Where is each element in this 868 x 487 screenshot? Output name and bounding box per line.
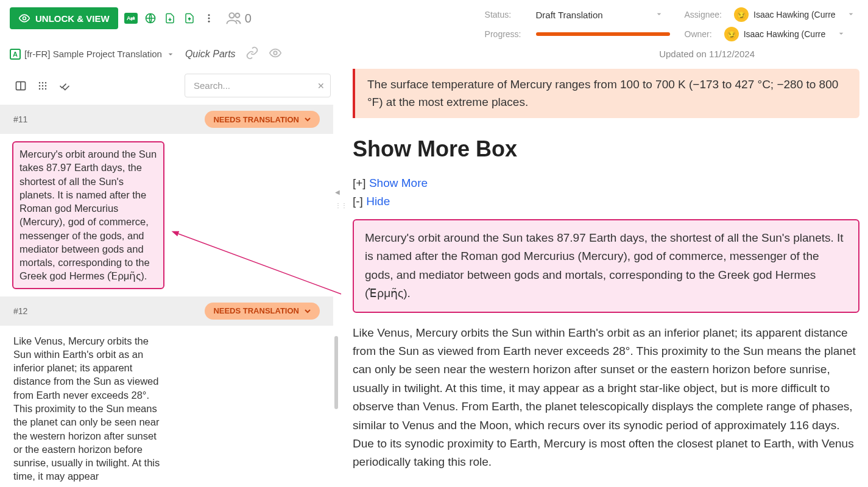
svg-point-10 — [39, 82, 41, 83]
hide-prefix: [-] — [353, 195, 366, 208]
document-language-selector[interactable]: A [fr-FR] Sample Project Translation — [10, 49, 175, 60]
section-heading: Show More Box — [353, 136, 859, 162]
assignee-select[interactable]: 😏 Isaac Hawking (Curre — [734, 7, 856, 22]
chevron-down-icon — [303, 114, 312, 124]
preview-icon[interactable] — [269, 46, 282, 61]
segment-id: #12 — [13, 306, 27, 316]
segment-id: #11 — [13, 114, 27, 124]
eye-icon — [18, 12, 30, 24]
svg-point-12 — [45, 82, 47, 83]
assignee-label: Assignee: — [685, 10, 722, 19]
segment-source-text[interactable]: Like Venus, Mercury orbits the Sun withi… — [13, 334, 166, 483]
svg-point-16 — [39, 88, 41, 89]
globe-icon[interactable] — [144, 12, 157, 25]
chevron-down-icon — [836, 29, 846, 40]
segment-source-text[interactable]: Mercury's orbit around the Sun takes 87.… — [12, 141, 164, 289]
hide-link[interactable]: Hide — [366, 195, 390, 208]
status-value: Draft Translation — [536, 10, 603, 20]
avatar: 😏 — [724, 27, 739, 41]
document-title: [fr-FR] Sample Project Translation — [24, 49, 162, 59]
more-vertical-icon[interactable] — [202, 13, 216, 24]
grid-icon[interactable] — [37, 80, 49, 92]
svg-point-13 — [39, 85, 41, 86]
info-callout: The surface temperature of Mercury range… — [353, 69, 859, 118]
layout-columns-icon[interactable] — [15, 80, 27, 92]
svg-point-6 — [235, 13, 239, 18]
status-label: Status: — [485, 10, 521, 19]
search-input[interactable] — [185, 74, 331, 97]
users-icon — [225, 10, 242, 27]
progress-label: Progress: — [485, 29, 521, 39]
check-all-icon[interactable] — [58, 80, 71, 92]
svg-point-2 — [208, 14, 210, 16]
assignee-name: Isaac Hawking (Curre — [753, 10, 836, 19]
svg-point-4 — [208, 21, 210, 23]
svg-point-14 — [42, 85, 44, 86]
preview-paragraph-highlighted[interactable]: Mercury's orbit around the Sun takes 87.… — [353, 219, 859, 313]
svg-point-3 — [208, 18, 210, 19]
svg-point-5 — [229, 13, 234, 18]
owner-select[interactable]: 😏 Isaac Hawking (Curre — [724, 27, 846, 41]
unlock-view-button[interactable]: UNLOCK & VIEW — [10, 7, 118, 29]
svg-point-11 — [42, 82, 44, 83]
status-select[interactable]: Draft Translation — [536, 9, 664, 21]
chevron-down-icon — [166, 49, 175, 59]
svg-point-7 — [273, 51, 277, 55]
quick-parts-button[interactable]: Quick Parts — [185, 49, 236, 60]
badge-label: NEEDS TRANSLATION — [213, 306, 299, 315]
svg-point-17 — [42, 88, 44, 89]
translate-badge-icon[interactable]: A⇄ — [124, 13, 138, 24]
progress-bar — [536, 32, 670, 36]
clear-search-icon[interactable]: ✕ — [317, 81, 325, 91]
collaborators-indicator[interactable]: 0 — [225, 10, 252, 27]
svg-point-18 — [45, 88, 47, 89]
collaborator-count: 0 — [245, 12, 252, 26]
svg-point-0 — [23, 17, 26, 20]
show-more-prefix: [+] — [353, 177, 369, 189]
avatar: 😏 — [734, 7, 749, 22]
chevron-down-icon — [846, 9, 856, 21]
owner-label: Owner: — [685, 29, 712, 39]
updated-timestamp: Updated on 11/12/2024 — [659, 49, 755, 59]
chevron-down-icon — [303, 306, 312, 316]
svg-point-15 — [45, 85, 47, 86]
owner-name: Isaac Hawking (Curre — [744, 29, 826, 39]
file-download-icon[interactable] — [163, 12, 177, 25]
language-icon: A — [10, 49, 21, 60]
badge-label: NEEDS TRANSLATION — [213, 115, 299, 124]
file-export-icon[interactable] — [183, 12, 196, 25]
translation-status-badge[interactable]: NEEDS TRANSLATION — [205, 111, 320, 128]
chevron-down-icon — [654, 9, 664, 21]
link-icon[interactable] — [245, 46, 259, 61]
translation-status-badge[interactable]: NEEDS TRANSLATION — [205, 303, 320, 320]
unlock-label: UNLOCK & VIEW — [35, 13, 110, 24]
preview-paragraph: Like Venus, Mercury orbits the Sun withi… — [353, 324, 859, 472]
show-more-link[interactable]: Show More — [369, 177, 428, 189]
